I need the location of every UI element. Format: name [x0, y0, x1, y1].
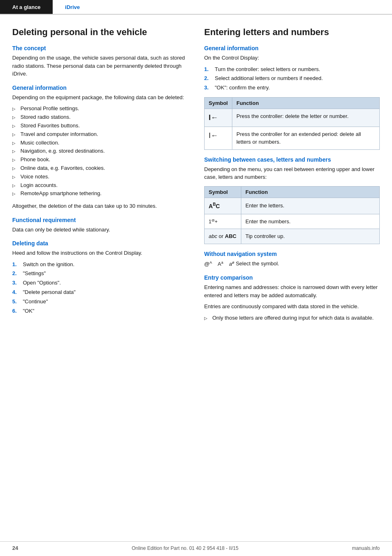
general-info-footer: Altogether, the deletion of the data can…: [12, 202, 188, 210]
symbol-cell: I←: [205, 109, 232, 127]
functional-req-text: Data can only be deleted while stationar…: [12, 226, 188, 234]
left-column: Deleting personal in the vehicle The con…: [12, 27, 188, 322]
step-item: 4"Delete personal data": [12, 288, 188, 297]
concept-text: Depending on the usage, the vehicle save…: [12, 54, 188, 78]
table-row: ABC Enter the letters.: [205, 198, 380, 214]
entry-comparison-bullet: Only those letters are offered during in…: [204, 314, 380, 322]
section-entry-comparison: Entry comparison: [204, 274, 380, 281]
section-switching: Switching between cases, letters and num…: [204, 156, 380, 163]
step-item: 3"OK": confirm the entry.: [204, 84, 380, 92]
top-navigation: At a glance iDrive: [0, 0, 392, 15]
step-item: 2"Settings": [12, 269, 188, 278]
function-col-header: Function: [232, 97, 379, 109]
main-content: Deleting personal in the vehicle The con…: [0, 15, 392, 347]
list-item: Login accounts.: [12, 181, 188, 190]
step-item: 6"OK": [12, 307, 188, 316]
list-item: Navigation, e.g. stored destinations.: [12, 147, 188, 156]
tab-at-a-glance[interactable]: At a glance: [0, 0, 53, 14]
page-footer: 24 Online Edition for Part no. 01 40 2 9…: [0, 541, 392, 551]
function-cell: Tip controller up.: [241, 229, 380, 244]
function-cell: Press the controller for an extended per…: [232, 127, 379, 149]
left-main-title: Deleting personal in the vehicle: [12, 27, 188, 38]
right-column: Entering letters and numbers General inf…: [204, 27, 380, 322]
list-item: Phone book.: [12, 156, 188, 164]
step-item: 5"Continue": [12, 298, 188, 306]
footer-copyright: Online Edition for Part no. 01 40 2 954 …: [131, 545, 238, 551]
list-item: Travel and computer information.: [12, 130, 188, 139]
tab-idrive[interactable]: iDrive: [53, 0, 92, 14]
list-item: Stored radio stations.: [12, 113, 188, 122]
switch-symbol-header: Symbol: [205, 186, 241, 198]
list-item: Voice notes.: [12, 173, 188, 181]
symbol-cell: I←: [205, 127, 232, 149]
symbol-cell: abc or ABC: [205, 229, 241, 244]
right-main-title: Entering letters and numbers: [204, 27, 380, 38]
symbol-cell: 1@+: [205, 214, 241, 229]
switch-function-header: Function: [241, 186, 380, 198]
section-deleting-data: Deleting data: [12, 240, 188, 247]
step-item: 1Turn the controller: select letters or …: [204, 65, 380, 74]
table-row: 1@+ Enter the numbers.: [205, 214, 380, 229]
list-item: Online data, e.g. Favorites, cookies.: [12, 164, 188, 173]
entry-comparison-text1: Entering names and addresses: choice is …: [204, 283, 380, 299]
table-row: abc or ABC Tip controller up.: [205, 229, 380, 244]
entry-comparison-text2: Entries are continuously compared with d…: [204, 302, 380, 311]
footer-source: manuals.info: [352, 545, 380, 551]
nav-symbols-display: @A Aa aø: [204, 261, 236, 267]
right-general-steps: 1Turn the controller: select letters or …: [204, 65, 380, 92]
table-row: I← Press the controller: delete the lett…: [205, 109, 380, 127]
general-info-intro: Depending on the equipment package, the …: [12, 93, 188, 102]
list-item: Stored Favorites buttons.: [12, 122, 188, 130]
step-item: 1Switch on the ignition.: [12, 260, 188, 269]
step-item: 3Open "Options".: [12, 279, 188, 287]
switching-table: Symbol Function ABC Enter the letters. 1…: [204, 186, 380, 244]
section-general-info-left: General information: [12, 85, 188, 91]
function-cell: Enter the numbers.: [241, 214, 380, 229]
section-without-nav: Without navigation system: [204, 251, 380, 257]
without-nav-content: @A Aa aø Select the symbol.: [204, 260, 380, 268]
function-cell: Press the controller: delete the letter …: [232, 109, 379, 127]
deleting-data-intro: Heed and follow the instructions on the …: [12, 249, 188, 257]
section-general-info-right: General information: [204, 45, 380, 51]
section-functional-req: Functional requirement: [12, 217, 188, 223]
step-item: 2Select additional letters or numbers if…: [204, 74, 380, 83]
list-item: Music collection.: [12, 139, 188, 147]
function-cell: Enter the letters.: [241, 198, 380, 214]
table-row: I← Press the controller for an extended …: [205, 127, 380, 149]
list-item: Personal Profile settings.: [12, 105, 188, 113]
section-the-concept: The concept: [12, 45, 188, 51]
page-number: 24: [12, 545, 18, 551]
symbol-cell: ABC: [205, 198, 241, 214]
switching-intro: Depending on the menu, you can reel betw…: [204, 165, 380, 181]
list-item: RemoteApp smartphone tethering.: [12, 189, 188, 198]
general-info-list: Personal Profile settings. Stored radio …: [12, 105, 188, 198]
right-general-intro: On the Control Display:: [204, 54, 380, 62]
symbol-table: Symbol Function I← Press the controller:…: [204, 97, 380, 150]
deleting-steps-list: 1Switch on the ignition. 2"Settings" 3Op…: [12, 260, 188, 316]
symbol-col-header: Symbol: [205, 97, 232, 109]
